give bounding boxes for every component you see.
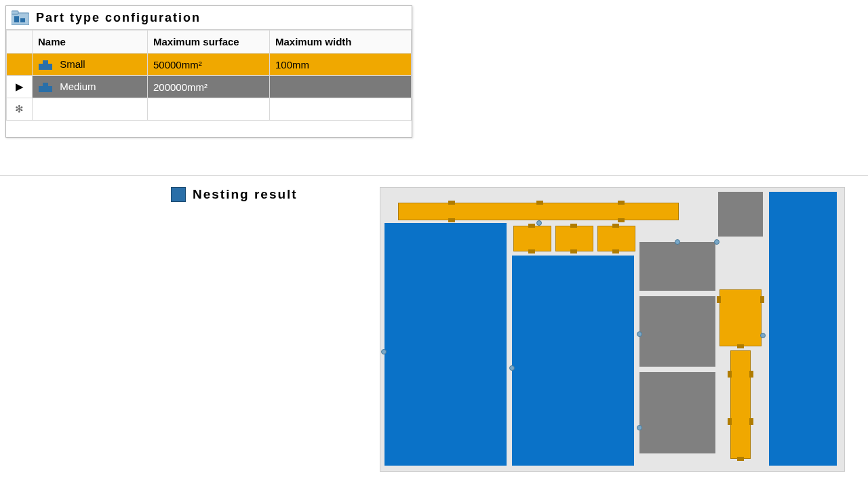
- nesting-piece-gray[interactable]: [718, 192, 763, 237]
- piece-handle: [749, 418, 753, 425]
- nesting-piece-blue[interactable]: [512, 256, 634, 466]
- cell-surface[interactable]: 50000mm²: [148, 54, 270, 76]
- piece-node: [637, 425, 642, 430]
- col-width-header[interactable]: Maximum width: [270, 30, 412, 54]
- piece-handle: [448, 218, 455, 222]
- svg-rect-7: [43, 83, 48, 87]
- row-marker: [7, 54, 33, 76]
- nesting-piece-yellow[interactable]: [513, 226, 551, 251]
- nesting-piece-yellow[interactable]: [398, 203, 679, 220]
- piece-node: [714, 239, 719, 245]
- piece-handle: [737, 457, 744, 461]
- piece-node: [760, 333, 766, 338]
- folder-icon: [12, 10, 29, 25]
- cell-width[interactable]: [270, 98, 412, 121]
- row-marker: ▶: [7, 76, 33, 98]
- panel-header: Part type configuration: [6, 6, 412, 30]
- svg-rect-5: [43, 60, 48, 64]
- piece-handle: [737, 344, 744, 348]
- piece-handle: [618, 201, 625, 205]
- nesting-title: Nesting result: [193, 187, 298, 202]
- cell-surface[interactable]: 200000mm²: [148, 76, 270, 98]
- table-row[interactable]: ✻: [7, 98, 412, 121]
- piece-handle: [448, 201, 455, 205]
- part-type-config-panel: Part type configuration Name Maximum sur…: [5, 5, 412, 138]
- horizontal-divider: [0, 175, 868, 176]
- cell-name[interactable]: Small: [33, 54, 148, 76]
- nesting-result-label: Nesting result: [171, 187, 298, 202]
- cell-name-text: Medium: [60, 81, 96, 92]
- piece-node: [675, 239, 680, 245]
- nesting-piece-yellow[interactable]: [597, 226, 635, 251]
- piece-node: [509, 365, 515, 371]
- nesting-piece-blue[interactable]: [769, 192, 837, 466]
- piece-handle: [717, 296, 721, 303]
- cell-name-text: Small: [60, 58, 85, 70]
- piece-handle: [612, 224, 619, 228]
- panel-title: Part type configuration: [36, 11, 201, 25]
- piece-handle: [570, 249, 577, 253]
- piece-handle: [528, 224, 535, 228]
- table-row[interactable]: ▶ Medium 200000mm²: [7, 76, 412, 98]
- svg-rect-4: [39, 64, 52, 70]
- svg-rect-3: [20, 18, 25, 22]
- piece-node: [637, 331, 642, 337]
- part-icon: [38, 82, 53, 93]
- nesting-piece-yellow[interactable]: [730, 350, 751, 459]
- piece-handle: [618, 218, 625, 222]
- col-surface-header[interactable]: Maximum surface: [148, 30, 270, 54]
- piece-node: [381, 349, 387, 354]
- nesting-piece-gray[interactable]: [639, 242, 715, 291]
- piece-handle: [612, 249, 619, 253]
- piece-handle: [728, 371, 732, 378]
- config-table[interactable]: Name Maximum surface Maximum width Small…: [6, 30, 412, 121]
- svg-rect-6: [39, 86, 52, 92]
- cell-name[interactable]: [33, 98, 148, 121]
- piece-handle: [528, 249, 535, 253]
- col-marker-header: [7, 30, 33, 54]
- svg-rect-1: [12, 11, 18, 14]
- part-icon: [38, 60, 53, 70]
- nesting-piece-yellow[interactable]: [555, 226, 593, 251]
- row-marker: ✻: [7, 98, 33, 121]
- col-name-header[interactable]: Name: [33, 30, 148, 54]
- panel-footer: [6, 121, 412, 137]
- nesting-piece-yellow[interactable]: [719, 289, 762, 346]
- piece-handle: [728, 418, 732, 425]
- cell-name[interactable]: Medium: [33, 76, 148, 98]
- nesting-piece-blue[interactable]: [384, 223, 507, 466]
- svg-rect-2: [14, 16, 19, 22]
- cell-surface[interactable]: [148, 98, 270, 121]
- piece-handle: [760, 296, 764, 303]
- piece-handle: [536, 201, 543, 205]
- nesting-icon: [171, 187, 186, 202]
- nesting-piece-gray[interactable]: [639, 296, 715, 367]
- piece-handle: [749, 371, 753, 378]
- piece-node: [536, 220, 542, 226]
- nesting-piece-gray[interactable]: [639, 372, 715, 453]
- table-row[interactable]: Small 50000mm² 100mm: [7, 54, 412, 76]
- cell-width[interactable]: 100mm: [270, 54, 412, 76]
- table-header-row: Name Maximum surface Maximum width: [7, 30, 412, 54]
- cell-width[interactable]: [270, 76, 412, 98]
- piece-handle: [570, 224, 577, 228]
- nesting-canvas[interactable]: [380, 187, 845, 472]
